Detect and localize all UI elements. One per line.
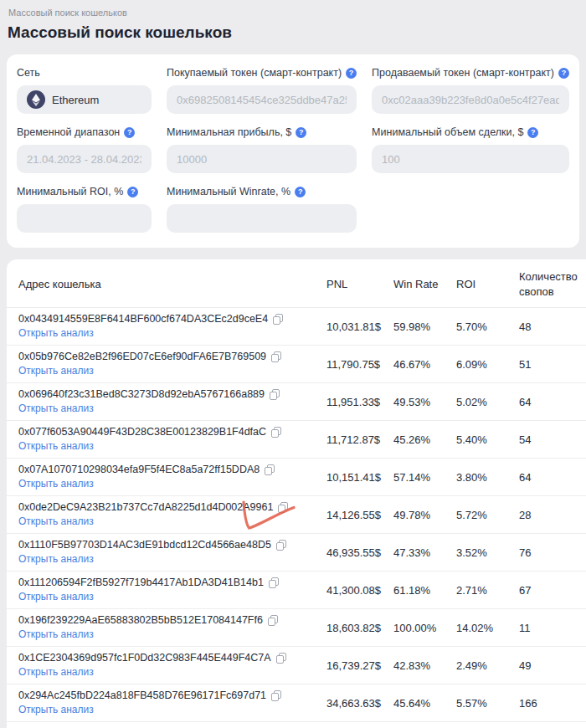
- copy-icon[interactable]: [271, 690, 281, 701]
- winrate-value: 45.26%: [393, 433, 456, 446]
- copy-icon[interactable]: [265, 464, 275, 475]
- date-range-label-text: Временной диапазон: [17, 126, 120, 138]
- wallet-address: 0x294Ac245fbD224a818FB458D76E96171Fc697d…: [18, 690, 266, 701]
- open-analysis-link[interactable]: Открыть анализ: [18, 365, 94, 377]
- field-min-volume: Минимальный объем сделки, $ ?: [372, 126, 569, 173]
- buy-token-label-text: Покупаемый токен (смарт-контракт): [167, 67, 342, 79]
- address-cell: 0x294Ac245fbD224a818FB458D76E96171Fc697d…: [18, 690, 326, 716]
- copy-icon[interactable]: [271, 427, 281, 438]
- help-icon[interactable]: ?: [127, 187, 138, 197]
- open-analysis-link[interactable]: Открыть анализ: [18, 666, 94, 678]
- roi-value: 5.70%: [456, 320, 519, 333]
- min-profit-label: Минимальная прибыль, $ ?: [167, 126, 357, 138]
- swaps-value: 76: [519, 546, 586, 559]
- table-row: 0x07A1070710298034efa9F5f4EC8a5a72ff15DD…: [7, 459, 586, 496]
- address-cell: 0x0de2DeC9A23B21b737Cc7dA8225d1d4D002A99…: [18, 501, 326, 528]
- swaps-value: 64: [519, 471, 586, 484]
- pnl-value: 11,951.33$: [326, 396, 393, 408]
- wallet-address: 0x05b976Ce82eB2f96ED07cE6ef90dFA6E7B7695…: [18, 351, 266, 362]
- table-row: 0x0434914559E8F6414BF600cf674DA3CEc2d9ce…: [7, 308, 586, 346]
- open-analysis-link[interactable]: Открыть анализ: [18, 704, 94, 715]
- wallet-address: 0x0de2DeC9A23B21b737Cc7dA8225d1d4D002A99…: [18, 501, 273, 513]
- field-min-roi: Минимальный ROI, % ?: [17, 186, 152, 233]
- breadcrumb[interactable]: Массовый поиск кошельков: [0, 0, 586, 18]
- col-pnl: PNL: [326, 277, 393, 292]
- help-icon[interactable]: ?: [346, 68, 357, 79]
- date-range-input[interactable]: [17, 145, 152, 173]
- address-cell: 0x05b976Ce82eB2f96ED07cE6ef90dFA6E7B7695…: [18, 351, 326, 377]
- field-buy-token: Покупаемый токен (смарт-контракт) ?: [167, 67, 357, 114]
- copy-icon[interactable]: [273, 314, 283, 325]
- open-analysis-link[interactable]: Открыть анализ: [18, 591, 94, 602]
- wallet-address: 0x069640f23c31Bed8C3273D8d92ebA5767166a8…: [18, 388, 265, 400]
- winrate-value: 61.18%: [393, 584, 456, 597]
- wallet-address: 0x1CE2304369d957fc1F0Dd32C983F445E449F4C…: [18, 652, 271, 664]
- min-roi-label: Минимальный ROI, % ?: [17, 186, 152, 197]
- col-roi: ROI: [456, 277, 519, 292]
- address-cell: 0x069640f23c31Bed8C3273D8d92ebA5767166a8…: [18, 388, 326, 415]
- min-winrate-input[interactable]: [167, 204, 357, 233]
- table-row: 0x077f6053A90449F43D28C38E00123829B1F4df…: [7, 421, 586, 459]
- pnl-value: 41,300.08$: [326, 584, 393, 597]
- swaps-value: 67: [519, 584, 586, 597]
- min-volume-label-text: Минимальный объем сделки, $: [372, 126, 523, 138]
- swaps-value: 48: [519, 320, 586, 333]
- sell-token-label: Продаваемый токен (смарт-контракт) ?: [372, 67, 569, 79]
- sell-token-input[interactable]: [372, 85, 569, 114]
- copy-icon[interactable]: [268, 615, 278, 626]
- help-icon[interactable]: ?: [124, 127, 135, 138]
- network-label-text: Сеть: [17, 67, 40, 79]
- swaps-value: 54: [519, 433, 586, 446]
- open-analysis-link[interactable]: Открыть анализ: [18, 402, 94, 414]
- table-row: 0x32aAda9B713f4dFBf35d6E971D2304EC463717…: [7, 722, 586, 728]
- field-min-profit: Минимальная прибыль, $ ?: [167, 126, 357, 173]
- table-row: 0x05b976Ce82eB2f96ED07cE6ef90dFA6E7B7695…: [7, 346, 586, 383]
- table-row: 0x294Ac245fbD224a818FB458D76E96171Fc697d…: [7, 684, 586, 722]
- help-icon[interactable]: ?: [527, 127, 538, 138]
- pnl-value: 16,739.27$: [326, 659, 393, 672]
- help-icon[interactable]: ?: [295, 187, 306, 197]
- roi-value: 5.40%: [456, 433, 519, 446]
- address-cell: 0x1110F5B97703D14AC3dE91bdcd12Cd4566ae48…: [18, 539, 326, 566]
- pnl-value: 46,935.55$: [326, 546, 393, 559]
- table-row: 0x1110F5B97703D14AC3dE91bdcd12Cd4566ae48…: [7, 534, 586, 572]
- pnl-value: 11,712.87$: [326, 433, 393, 446]
- copy-icon[interactable]: [278, 502, 288, 513]
- min-roi-input[interactable]: [17, 204, 152, 233]
- buy-token-input[interactable]: [167, 85, 357, 114]
- open-analysis-link[interactable]: Открыть анализ: [18, 553, 94, 565]
- copy-icon[interactable]: [276, 540, 286, 551]
- min-volume-input[interactable]: [372, 145, 569, 173]
- filter-panel: Сеть Ethereum Покупаемый токен (смарт-ко…: [7, 54, 579, 248]
- min-profit-input[interactable]: [167, 145, 357, 173]
- open-analysis-link[interactable]: Открыть анализ: [18, 628, 94, 640]
- wallet-address: 0x07A1070710298034efa9F5f4EC8a5a72ff15DD…: [18, 464, 260, 475]
- winrate-value: 47.33%: [393, 546, 456, 559]
- min-volume-label: Минимальный объем сделки, $ ?: [372, 126, 569, 138]
- copy-icon[interactable]: [270, 389, 280, 400]
- help-icon[interactable]: ?: [558, 68, 569, 79]
- min-roi-label-text: Минимальный ROI, %: [17, 186, 123, 197]
- swaps-value: 49: [519, 659, 586, 672]
- roi-value: 3.80%: [456, 471, 519, 484]
- copy-icon[interactable]: [269, 577, 279, 588]
- copy-icon[interactable]: [276, 653, 286, 664]
- roi-value: 2.71%: [456, 584, 519, 597]
- table-header: Адрес кошелька PNL Win Rate ROI Количест…: [7, 259, 586, 308]
- copy-icon[interactable]: [271, 351, 281, 362]
- open-analysis-link[interactable]: Открыть анализ: [18, 515, 94, 527]
- help-icon[interactable]: ?: [296, 127, 306, 138]
- open-analysis-link[interactable]: Открыть анализ: [18, 440, 94, 452]
- address-cell: 0x1CE2304369d957fc1F0Dd32C983F445E449F4C…: [18, 652, 326, 679]
- swaps-value: 166: [519, 697, 586, 710]
- pnl-value: 11,790.75$: [326, 358, 393, 371]
- winrate-value: 49.78%: [393, 509, 456, 521]
- network-select[interactable]: Ethereum: [17, 85, 152, 114]
- roi-value: 14.02%: [456, 622, 519, 634]
- buy-token-label: Покупаемый токен (смарт-контракт) ?: [167, 67, 357, 79]
- open-analysis-link[interactable]: Открыть анализ: [18, 327, 94, 339]
- field-min-winrate: Минимальный Winrate, % ?: [167, 186, 357, 233]
- table-row: 0x0de2DeC9A23B21b737Cc7dA8225d1d4D002A99…: [7, 496, 586, 534]
- date-range-label: Временной диапазон ?: [17, 126, 152, 138]
- open-analysis-link[interactable]: Открыть анализ: [18, 478, 94, 490]
